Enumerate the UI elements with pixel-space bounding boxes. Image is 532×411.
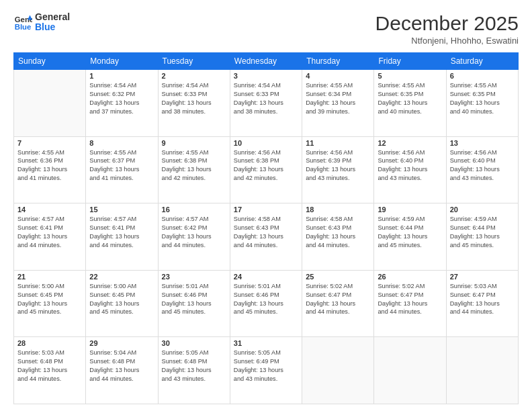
calendar-cell (302, 337, 374, 404)
weekday-header-saturday: Saturday (446, 53, 518, 70)
calendar-cell: 5Sunrise: 4:55 AM Sunset: 6:35 PM Daylig… (374, 70, 446, 137)
weekday-header-sunday: Sunday (14, 53, 86, 70)
calendar-cell: 12Sunrise: 4:56 AM Sunset: 6:40 PM Dayli… (374, 136, 446, 203)
day-info: Sunrise: 4:56 AM Sunset: 6:40 PM Dayligh… (450, 148, 515, 183)
weekday-header-wednesday: Wednesday (230, 53, 302, 70)
calendar-cell: 26Sunrise: 5:02 AM Sunset: 6:47 PM Dayli… (374, 270, 446, 337)
day-info: Sunrise: 4:56 AM Sunset: 6:38 PM Dayligh… (234, 148, 298, 183)
day-number: 11 (306, 139, 370, 147)
day-number: 25 (306, 273, 370, 281)
day-info: Sunrise: 5:02 AM Sunset: 6:47 PM Dayligh… (378, 282, 442, 317)
day-number: 19 (378, 205, 442, 214)
day-info: Sunrise: 4:59 AM Sunset: 6:44 PM Dayligh… (378, 215, 442, 250)
day-info: Sunrise: 5:05 AM Sunset: 6:48 PM Dayligh… (162, 349, 226, 383)
calendar-cell: 21Sunrise: 5:00 AM Sunset: 6:45 PM Dayli… (14, 270, 86, 337)
calendar-cell: 24Sunrise: 5:01 AM Sunset: 6:46 PM Dayli… (230, 270, 302, 337)
day-number: 22 (89, 273, 154, 281)
calendar-cell: 1Sunrise: 4:54 AM Sunset: 6:32 PM Daylig… (86, 70, 158, 137)
day-info: Sunrise: 5:03 AM Sunset: 6:48 PM Dayligh… (17, 349, 82, 383)
day-info: Sunrise: 4:57 AM Sunset: 6:41 PM Dayligh… (89, 215, 154, 250)
calendar-cell: 6Sunrise: 4:55 AM Sunset: 6:35 PM Daylig… (446, 70, 518, 137)
calendar-cell: 30Sunrise: 5:05 AM Sunset: 6:48 PM Dayli… (158, 337, 230, 404)
logo-icon: General Blue (13, 13, 32, 32)
day-number: 30 (162, 339, 226, 347)
month-title: December 2025 (375, 12, 519, 34)
day-info: Sunrise: 5:03 AM Sunset: 6:47 PM Dayligh… (450, 282, 515, 317)
calendar-cell: 4Sunrise: 4:55 AM Sunset: 6:34 PM Daylig… (302, 70, 374, 137)
day-info: Sunrise: 4:57 AM Sunset: 6:41 PM Dayligh… (17, 215, 82, 250)
calendar-cell: 14Sunrise: 4:57 AM Sunset: 6:41 PM Dayli… (14, 203, 86, 271)
day-number: 26 (378, 273, 442, 281)
day-info: Sunrise: 5:05 AM Sunset: 6:49 PM Dayligh… (234, 349, 298, 383)
week-row-1: 1Sunrise: 4:54 AM Sunset: 6:32 PM Daylig… (14, 70, 519, 137)
calendar-cell: 2Sunrise: 4:54 AM Sunset: 6:33 PM Daylig… (158, 70, 230, 137)
day-info: Sunrise: 5:00 AM Sunset: 6:45 PM Dayligh… (89, 282, 154, 317)
day-info: Sunrise: 4:55 AM Sunset: 6:35 PM Dayligh… (450, 81, 515, 116)
day-number: 21 (17, 273, 82, 281)
calendar-cell: 10Sunrise: 4:56 AM Sunset: 6:38 PM Dayli… (230, 136, 302, 203)
day-number: 8 (89, 139, 154, 147)
day-number: 4 (306, 72, 370, 80)
week-row-2: 7Sunrise: 4:55 AM Sunset: 6:36 PM Daylig… (14, 136, 519, 203)
day-info: Sunrise: 4:54 AM Sunset: 6:33 PM Dayligh… (234, 81, 298, 116)
day-number: 12 (378, 139, 442, 147)
logo-line2: Blue (35, 22, 70, 32)
calendar-cell: 28Sunrise: 5:03 AM Sunset: 6:48 PM Dayli… (14, 337, 86, 404)
day-number: 7 (17, 139, 82, 147)
header-right: December 2025 Ntfonjeni, Hhohho, Eswatin… (375, 12, 519, 46)
day-number: 9 (162, 139, 226, 147)
day-info: Sunrise: 5:04 AM Sunset: 6:48 PM Dayligh… (89, 349, 154, 383)
day-number: 29 (89, 339, 154, 347)
weekday-header-monday: Monday (86, 53, 158, 70)
day-info: Sunrise: 4:58 AM Sunset: 6:43 PM Dayligh… (306, 215, 370, 250)
day-info: Sunrise: 5:01 AM Sunset: 6:46 PM Dayligh… (162, 282, 226, 317)
day-number: 13 (450, 139, 515, 147)
page: General Blue General Blue December 2025 … (0, 0, 532, 411)
week-row-4: 21Sunrise: 5:00 AM Sunset: 6:45 PM Dayli… (14, 270, 519, 337)
calendar-cell: 13Sunrise: 4:56 AM Sunset: 6:40 PM Dayli… (446, 136, 518, 203)
calendar-table: SundayMondayTuesdayWednesdayThursdayFrid… (13, 52, 519, 404)
day-number: 27 (450, 273, 515, 281)
day-info: Sunrise: 4:55 AM Sunset: 6:37 PM Dayligh… (89, 148, 154, 183)
weekday-header-row: SundayMondayTuesdayWednesdayThursdayFrid… (14, 53, 519, 70)
day-info: Sunrise: 5:02 AM Sunset: 6:47 PM Dayligh… (306, 282, 370, 317)
day-info: Sunrise: 4:55 AM Sunset: 6:35 PM Dayligh… (378, 81, 442, 116)
day-number: 18 (306, 205, 370, 214)
calendar-cell (374, 337, 446, 404)
calendar-cell: 7Sunrise: 4:55 AM Sunset: 6:36 PM Daylig… (14, 136, 86, 203)
weekday-header-tuesday: Tuesday (158, 53, 230, 70)
calendar-cell: 20Sunrise: 4:59 AM Sunset: 6:44 PM Dayli… (446, 203, 518, 271)
calendar-cell: 31Sunrise: 5:05 AM Sunset: 6:49 PM Dayli… (230, 337, 302, 404)
day-info: Sunrise: 4:55 AM Sunset: 6:38 PM Dayligh… (162, 148, 226, 183)
day-info: Sunrise: 5:01 AM Sunset: 6:46 PM Dayligh… (234, 282, 298, 317)
day-number: 24 (234, 273, 298, 281)
calendar-cell: 29Sunrise: 5:04 AM Sunset: 6:48 PM Dayli… (86, 337, 158, 404)
header: General Blue General Blue December 2025 … (13, 12, 519, 46)
day-info: Sunrise: 4:56 AM Sunset: 6:40 PM Dayligh… (378, 148, 442, 183)
day-number: 17 (234, 205, 298, 214)
logo: General Blue General Blue (13, 12, 70, 33)
day-number: 10 (234, 139, 298, 147)
calendar-cell: 25Sunrise: 5:02 AM Sunset: 6:47 PM Dayli… (302, 270, 374, 337)
day-number: 16 (162, 205, 226, 214)
day-number: 1 (89, 72, 154, 80)
day-number: 20 (450, 205, 515, 214)
day-number: 6 (450, 72, 515, 80)
location: Ntfonjeni, Hhohho, Eswatini (375, 36, 519, 46)
calendar-cell: 8Sunrise: 4:55 AM Sunset: 6:37 PM Daylig… (86, 136, 158, 203)
calendar-cell: 16Sunrise: 4:57 AM Sunset: 6:42 PM Dayli… (158, 203, 230, 271)
day-info: Sunrise: 4:59 AM Sunset: 6:44 PM Dayligh… (450, 215, 515, 250)
day-info: Sunrise: 4:56 AM Sunset: 6:39 PM Dayligh… (306, 148, 370, 183)
calendar-cell: 22Sunrise: 5:00 AM Sunset: 6:45 PM Dayli… (86, 270, 158, 337)
day-number: 28 (17, 339, 82, 347)
calendar-cell: 9Sunrise: 4:55 AM Sunset: 6:38 PM Daylig… (158, 136, 230, 203)
day-number: 2 (162, 72, 226, 80)
day-number: 15 (89, 205, 154, 214)
day-info: Sunrise: 5:00 AM Sunset: 6:45 PM Dayligh… (17, 282, 82, 317)
weekday-header-friday: Friday (374, 53, 446, 70)
day-info: Sunrise: 4:57 AM Sunset: 6:42 PM Dayligh… (162, 215, 226, 250)
day-number: 23 (162, 273, 226, 281)
day-info: Sunrise: 4:54 AM Sunset: 6:33 PM Dayligh… (162, 81, 226, 116)
day-info: Sunrise: 4:55 AM Sunset: 6:36 PM Dayligh… (17, 148, 82, 183)
calendar-cell: 23Sunrise: 5:01 AM Sunset: 6:46 PM Dayli… (158, 270, 230, 337)
